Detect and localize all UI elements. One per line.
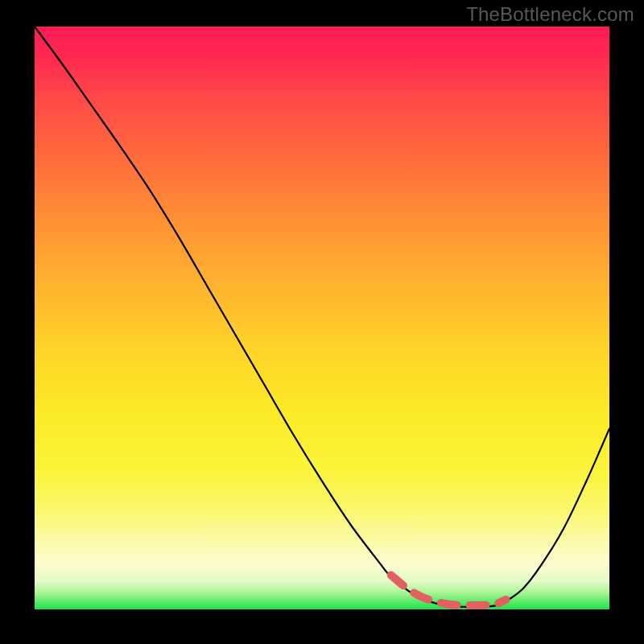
bottleneck-curve <box>35 27 609 607</box>
watermark-text: TheBottleneck.com <box>466 3 634 26</box>
plot-area <box>35 27 609 609</box>
chart-frame: TheBottleneck.com <box>0 0 644 644</box>
bottleneck-curve-svg <box>35 27 609 609</box>
